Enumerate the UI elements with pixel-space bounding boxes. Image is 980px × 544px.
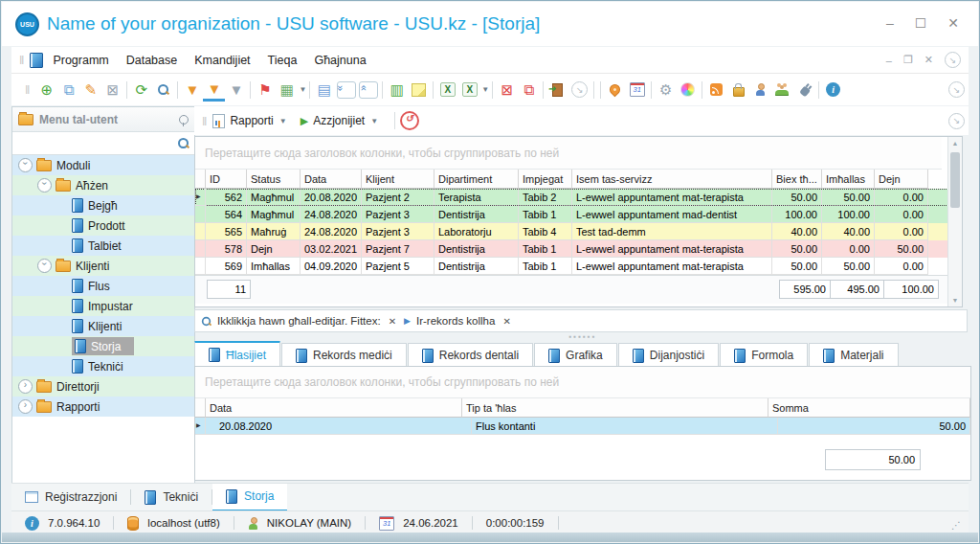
clear-filter-icon[interactable]: ✕ (502, 316, 510, 327)
note-icon[interactable] (408, 79, 430, 101)
child-close-button[interactable]: ✕ (924, 54, 933, 66)
col-status[interactable]: Status (247, 170, 301, 189)
tree-node-flus[interactable]: Flus (12, 276, 194, 296)
color-wheel-icon[interactable] (677, 79, 699, 101)
resize-grip[interactable]: ⋰ (951, 520, 963, 532)
toolbar-overflow-chevron-icon[interactable]: ↘ (948, 81, 965, 98)
copy-record-icon[interactable]: ⧉ (57, 79, 79, 101)
rss-icon[interactable] (705, 79, 727, 101)
bottom-tab-registrazzjoni[interactable]: Reġistrazzjoni (11, 485, 130, 510)
scroll-up-icon[interactable]: ▲ (948, 137, 962, 149)
image-menu-icon[interactable]: ▦ (276, 79, 298, 101)
sidebar-search-icon[interactable] (177, 137, 189, 149)
add-record-icon[interactable]: ⊕ (35, 79, 57, 101)
tab-hlasijiet[interactable]: Ħlasijiet (194, 341, 280, 367)
filter-edit-hint[interactable]: Ikklikkja hawn għall-editjar. Fittex: (217, 315, 381, 327)
col-id[interactable]: ID (206, 170, 247, 189)
azzjonijiet-button[interactable]: ▶ Azzjonijiet▼ (301, 114, 378, 127)
menu-ghajnuna[interactable]: Għajnuna (314, 54, 366, 67)
calendar-icon[interactable] (626, 79, 648, 101)
sidebar-search-input[interactable] (17, 135, 177, 152)
clear-search-icon[interactable]: ✕ (389, 316, 396, 327)
table-row[interactable]: 565Maħruġ 24.08.2020Pazjent 3 Laboratorj… (195, 223, 962, 240)
menu-overflow-chevron-icon[interactable]: ↘ (945, 52, 961, 68)
tree-node-talbiet[interactable]: Talbiet (12, 236, 194, 256)
menu-database[interactable]: Database (126, 54, 178, 67)
close-all-windows-icon[interactable]: ⧉ (518, 79, 540, 101)
tree-node-bejgh[interactable]: Bejgħ (12, 195, 194, 215)
group-by-bar[interactable]: Перетащите сюда заголовок колонки, чтобы… (195, 137, 942, 170)
child-restore-button[interactable]: ❐ (903, 54, 913, 66)
flag-icon[interactable]: ⚑ (254, 79, 276, 101)
payment-row[interactable]: 20.08.2020 Flus kontanti 50.00 (195, 418, 970, 435)
table-row[interactable]: 564Magħmul 24.08.2020Pazjent 3 Dentistri… (195, 206, 962, 223)
filter-icon[interactable]: ▼ (181, 79, 203, 101)
tree-node-moduli[interactable]: Moduli (12, 155, 194, 175)
grid-vertical-scrollbar[interactable]: ▲ ▼ (947, 137, 962, 306)
scrollbar-thumb[interactable] (950, 152, 960, 208)
tree-node-rapporti[interactable]: Rapporti (12, 397, 194, 417)
menu-kmandijiet[interactable]: Kmandijiet (194, 54, 250, 67)
add-column-icon[interactable]: ▥ (386, 79, 408, 101)
image-menu-caret-icon[interactable]: ▼ (299, 85, 306, 94)
info-icon[interactable]: i (822, 79, 844, 101)
rapporti-button[interactable]: Rapporti▼ (212, 114, 286, 128)
col-impjegat[interactable]: Impjegat (519, 170, 572, 189)
col-servizz[interactable]: Isem tas-servizz (572, 170, 772, 189)
col-klijent[interactable]: Klijent (362, 170, 434, 189)
tree-node-impustar[interactable]: Impustar (12, 296, 194, 316)
search-icon[interactable] (152, 79, 174, 101)
import-excel-caret-icon[interactable]: ▼ (481, 85, 489, 94)
expand-all-icon[interactable]: » (337, 81, 356, 99)
table-row[interactable]: 569Imħallas 04.09.2020Pazjent 5 Dentistr… (195, 258, 962, 275)
expander-icon[interactable] (18, 399, 33, 414)
scroll-down-icon[interactable]: ▼ (948, 294, 962, 306)
users-group-icon[interactable] (771, 79, 793, 101)
tree-node-direttorji[interactable]: Direttorji (12, 376, 194, 397)
group-panel-icon[interactable]: ▤ (313, 79, 335, 101)
col-biex[interactable]: Biex tħ... (772, 170, 822, 189)
panel-splitter[interactable]: ▪▪▪▪▪▪ (194, 332, 971, 341)
settings-gear-icon[interactable]: ⚙ (655, 79, 677, 101)
filter-check-icon[interactable]: ▼ (225, 79, 247, 101)
pin-icon[interactable] (179, 115, 189, 125)
plug-icon[interactable] (793, 79, 815, 101)
tab-rekords-medici[interactable]: Rekords mediċi (281, 343, 407, 367)
expander-icon[interactable] (18, 379, 33, 394)
tree-node-klijenti[interactable]: Klijenti (12, 316, 194, 336)
filter-saved-icon[interactable]: ▼ (203, 78, 225, 102)
menu-tieqa[interactable]: Tieqa (268, 54, 298, 67)
table-row[interactable]: 562Magħmul 20.08.2020Pazjent 2 Terapista… (195, 189, 962, 206)
tree-node-ahzen[interactable]: Aħżen (12, 175, 194, 195)
expander-icon[interactable] (37, 259, 52, 273)
import-excel-icon[interactable]: X (458, 79, 480, 101)
tab-dijanjostici[interactable]: Dijanjostiċi (618, 343, 719, 367)
tab-formola[interactable]: Formola (720, 343, 808, 367)
col-data[interactable]: Data (301, 170, 362, 189)
child-minimize-button[interactable]: – (886, 55, 892, 66)
toolbar-chevron-icon[interactable]: ↘ (571, 81, 588, 98)
tab-rekords-dentali[interactable]: Rekords dentali (408, 343, 533, 367)
location-pin-icon[interactable] (604, 79, 626, 101)
lock-icon[interactable] (727, 79, 749, 101)
user-key-icon[interactable] (749, 79, 771, 101)
minimize-button[interactable]: – (886, 15, 894, 31)
filter-all-records[interactable]: Ir-rekords kollha (416, 315, 495, 327)
col-dejn[interactable]: Dejn (875, 170, 928, 189)
expander-icon[interactable] (18, 158, 33, 172)
undo-icon[interactable]: ↺ (398, 110, 420, 131)
expander-icon[interactable] (37, 178, 52, 193)
col-pay-tip[interactable]: Tip ta 'ħlas (462, 398, 768, 418)
bottom-tab-storja[interactable]: Storja (212, 484, 287, 511)
tree-node-teknici[interactable]: Tekniċi (12, 356, 194, 376)
col-pay-somma[interactable]: Somma (768, 398, 970, 418)
refresh-icon[interactable]: ⟳ (130, 79, 152, 101)
delete-record-icon[interactable]: ⊠ (101, 79, 123, 101)
export-excel-icon[interactable]: X (436, 79, 458, 101)
col-dipartiment[interactable]: Dipartiment (434, 170, 519, 189)
exit-icon[interactable] (546, 79, 568, 101)
edit-record-icon[interactable]: ✎ (79, 79, 101, 101)
tree-node-klijenti-folder[interactable]: Klijenti (12, 256, 194, 276)
bottom-tab-teknici[interactable]: Tekniċi (131, 485, 212, 510)
tree-node-prodott[interactable]: Prodott (12, 215, 194, 236)
